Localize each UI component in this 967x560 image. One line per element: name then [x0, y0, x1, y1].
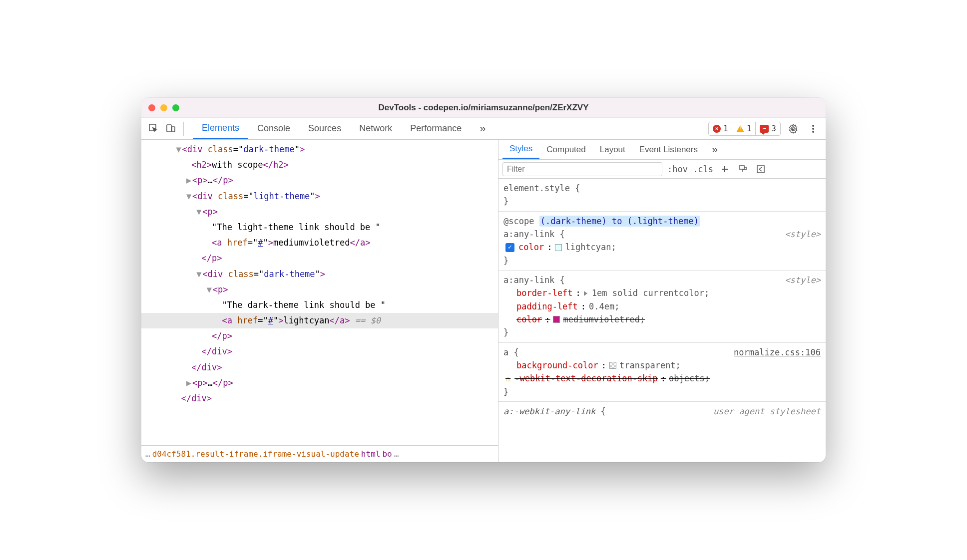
more-tabs-icon[interactable]: »	[471, 118, 494, 139]
css-property-invalid[interactable]: ⚠-webkit-text-decoration-skip: objects;	[503, 372, 821, 385]
kebab-icon[interactable]	[806, 121, 821, 136]
subtab-event-listeners[interactable]: Event Listeners	[632, 140, 705, 159]
traffic-lights	[148, 104, 179, 111]
color-swatch[interactable]	[553, 316, 560, 323]
css-rule[interactable]: @scope (.dark-theme) to (.light-theme) a…	[498, 212, 826, 271]
gear-icon[interactable]	[786, 121, 801, 136]
color-swatch[interactable]	[555, 244, 562, 251]
dom-node[interactable]: ▶<p>…</p>	[141, 375, 498, 391]
dom-tree[interactable]: ▼<div class="dark-theme"> <h2>with scope…	[141, 140, 498, 445]
minimize-window-button[interactable]	[160, 104, 167, 111]
breadcrumb-item[interactable]: html	[361, 449, 381, 459]
cls-toggle[interactable]: .cls	[693, 164, 713, 174]
dom-node[interactable]: ▼<div class="dark-theme">	[141, 267, 498, 282]
tab-performance[interactable]: Performance	[401, 118, 471, 139]
css-property-overridden[interactable]: color: mediumvioletred;	[503, 313, 821, 326]
breadcrumb[interactable]: … d04cf581.result-iframe.iframe-visual-u…	[141, 445, 498, 462]
elements-panel: ▼<div class="dark-theme"> <h2>with scope…	[141, 140, 498, 462]
checkbox-icon[interactable]: ✓	[505, 243, 514, 252]
dom-node[interactable]: </p>	[141, 328, 498, 344]
breadcrumb-item[interactable]: d04cf581.result-iframe.iframe-visual-upd…	[152, 449, 359, 459]
dom-node-selected[interactable]: <a href="#">lightcyan</a> == $0	[141, 313, 498, 328]
titlebar: DevTools - codepen.io/miriamsuzanne/pen/…	[141, 98, 826, 118]
dom-node[interactable]: ▼<p>	[141, 282, 498, 297]
tab-sources[interactable]: Sources	[299, 118, 350, 139]
subtab-computed[interactable]: Computed	[539, 140, 592, 159]
status-group[interactable]: × 1 1 ⋯ 3	[708, 122, 781, 136]
separator	[183, 122, 184, 136]
maximize-window-button[interactable]	[172, 104, 179, 111]
main-tabs: Elements Console Sources Network Perform…	[193, 118, 494, 139]
content-area: ▼<div class="dark-theme"> <h2>with scope…	[141, 140, 826, 462]
tab-network[interactable]: Network	[350, 118, 401, 139]
warning-icon	[736, 125, 744, 132]
messages-count[interactable]: ⋯ 3	[756, 124, 780, 133]
css-property[interactable]: border-left:1em solid currentcolor;	[503, 286, 821, 299]
dom-node[interactable]: </div>	[141, 391, 498, 406]
css-rule[interactable]: a:any-link {<style> border-left:1em soli…	[498, 271, 826, 343]
dom-node[interactable]: ▼<div class="dark-theme">	[141, 142, 498, 157]
dom-node[interactable]: ▼<div class="light-theme">	[141, 189, 498, 204]
css-rule[interactable]: a {normalize.css:106 background-color: t…	[498, 343, 826, 402]
dom-text[interactable]: "The light-theme link should be "	[141, 220, 498, 235]
toolbar-right: × 1 1 ⋯ 3	[708, 121, 821, 136]
hov-toggle[interactable]: :hov	[667, 164, 688, 174]
window-title: DevTools - codepen.io/miriamsuzanne/pen/…	[141, 103, 826, 113]
main-toolbar: Elements Console Sources Network Perform…	[141, 118, 826, 140]
subtab-layout[interactable]: Layout	[593, 140, 632, 159]
dom-node[interactable]: </p>	[141, 251, 498, 266]
devtools-window: DevTools - codepen.io/miriamsuzanne/pen/…	[141, 98, 826, 462]
svg-point-4	[812, 128, 814, 130]
warning-icon: ⚠	[505, 372, 510, 385]
dom-node[interactable]: <a href="#">mediumvioletred</a>	[141, 235, 498, 251]
svg-rect-7	[757, 166, 764, 173]
dom-text[interactable]: "The dark-theme link should be "	[141, 297, 498, 313]
paint-icon[interactable]	[736, 163, 749, 176]
css-property[interactable]: background-color: transparent;	[503, 359, 821, 372]
svg-point-3	[812, 125, 814, 127]
warnings-count[interactable]: 1	[732, 124, 756, 133]
filter-input[interactable]	[502, 162, 662, 176]
color-swatch[interactable]	[609, 362, 616, 369]
errors-count[interactable]: × 1	[709, 124, 732, 133]
styles-rules: element.style { } @scope (.dark-theme) t…	[498, 179, 826, 462]
inspect-icon[interactable]	[146, 121, 161, 136]
styles-subtabs: Styles Computed Layout Event Listeners »	[498, 140, 826, 160]
subtab-styles[interactable]: Styles	[502, 140, 539, 159]
svg-rect-6	[739, 166, 744, 169]
dom-node[interactable]: </div>	[141, 344, 498, 359]
svg-point-5	[812, 131, 814, 133]
tab-elements[interactable]: Elements	[193, 118, 248, 139]
svg-rect-2	[172, 127, 175, 132]
close-window-button[interactable]	[148, 104, 155, 111]
dom-node[interactable]: <h2>with scope</h2>	[141, 157, 498, 173]
dom-node[interactable]: ▶<p>…</p>	[141, 173, 498, 188]
svg-rect-1	[167, 125, 171, 132]
more-subtabs-icon[interactable]: »	[705, 140, 725, 159]
css-property[interactable]: padding-left: 0.4em;	[503, 300, 821, 313]
breadcrumb-more[interactable]: …	[145, 449, 150, 459]
breadcrumb-more[interactable]: …	[394, 449, 399, 459]
breadcrumb-item[interactable]: bo	[382, 449, 392, 459]
dom-node[interactable]: ▼<p>	[141, 204, 498, 220]
css-property[interactable]: ✓color: lightcyan;	[503, 241, 821, 254]
device-icon[interactable]	[163, 121, 178, 136]
dom-node[interactable]: </div>	[141, 360, 498, 375]
filter-row: :hov .cls	[498, 160, 826, 179]
error-icon: ×	[713, 125, 721, 133]
css-rule[interactable]: a:-webkit-any-link {user agent styleshee…	[498, 402, 826, 421]
new-rule-icon[interactable]	[718, 163, 731, 176]
styles-panel: Styles Computed Layout Event Listeners »…	[498, 140, 826, 462]
computed-panel-icon[interactable]	[754, 163, 767, 176]
message-icon: ⋯	[760, 125, 769, 133]
tab-console[interactable]: Console	[248, 118, 299, 139]
expand-icon[interactable]	[584, 291, 587, 296]
css-rule[interactable]: element.style { }	[498, 179, 826, 212]
